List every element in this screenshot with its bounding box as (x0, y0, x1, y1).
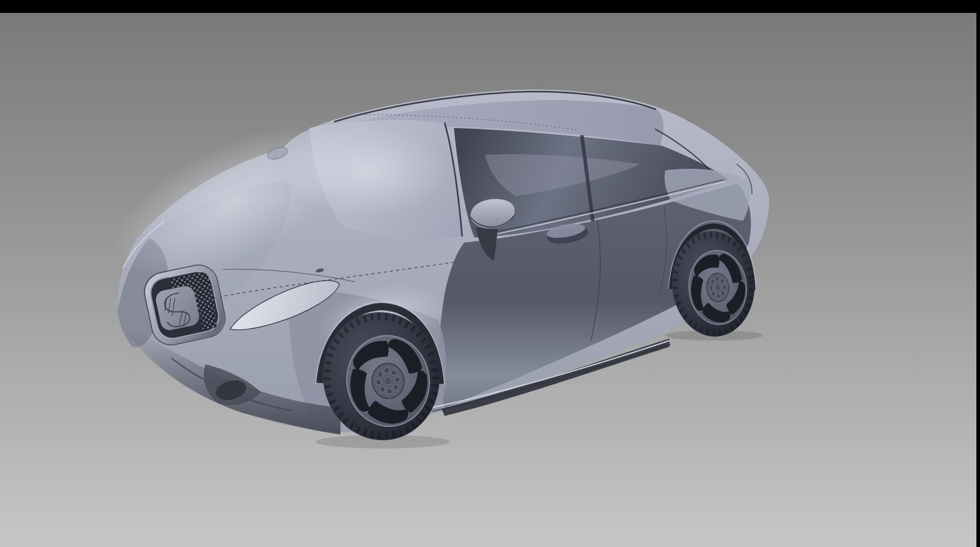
app-window (0, 0, 980, 547)
front-grille[interactable] (141, 262, 228, 349)
render-viewport[interactable] (0, 13, 976, 547)
car-3d-model[interactable] (0, 13, 976, 547)
letterbox-top (0, 0, 980, 13)
letterbox-right (976, 0, 980, 547)
